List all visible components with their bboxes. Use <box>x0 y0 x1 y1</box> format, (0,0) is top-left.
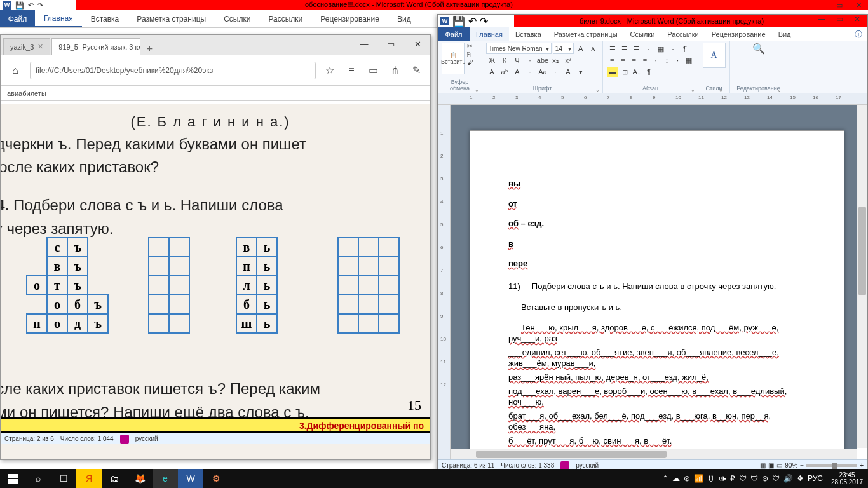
tray-icon[interactable]: 🛡 <box>739 474 747 483</box>
para-btn-4[interactable]: ▦ <box>655 44 667 54</box>
tray-icon[interactable]: 🛡 <box>772 474 780 483</box>
file-tab[interactable]: Файл <box>0 10 35 27</box>
zoom-out-icon[interactable]: − <box>800 462 804 469</box>
bookmark-link[interactable]: авиабилеты <box>7 90 46 97</box>
settings-icon[interactable]: ⚙ <box>203 469 229 488</box>
tab-review[interactable]: Рецензирование <box>705 27 772 41</box>
pdf-viewport[interactable]: (Е. Б л а г и н и н а.) одчеркни ъ. Пере… <box>1 104 430 459</box>
grow-font-icon[interactable]: A <box>575 43 586 53</box>
tray-icon[interactable]: 🔊 <box>783 474 793 483</box>
maximize-button[interactable]: ▭ <box>830 0 849 10</box>
para-btn-1[interactable]: ≡ <box>618 55 628 65</box>
font-btn-7[interactable]: ▾ <box>575 67 587 77</box>
word-count[interactable]: Число слов: 1 044 <box>60 435 114 442</box>
tab-view[interactable]: Вид <box>388 10 420 27</box>
para-btn-0[interactable]: ≡ <box>607 55 617 65</box>
document-canvas[interactable]: вы от об – езд. в пере 11) Подбери слова… <box>451 105 857 459</box>
browser-tab[interactable]: 919_5- Русский язык. 3 кл. |✕ <box>51 38 140 55</box>
minimize-button[interactable]: — <box>813 15 831 24</box>
paste-button[interactable]: 📋Вставить <box>442 43 465 74</box>
tray-icon[interactable]: 🕪 <box>719 474 726 483</box>
format-painter-icon[interactable]: 🖌 <box>467 59 473 66</box>
font-btn-3[interactable]: · <box>524 67 536 77</box>
home-icon[interactable]: ⌂ <box>7 62 24 79</box>
zoom-level[interactable]: 90% <box>785 462 797 469</box>
shading-icon[interactable]: ▬ <box>607 67 618 77</box>
view-icon[interactable]: ▦ <box>760 462 766 469</box>
tray-icon[interactable]: 📶 <box>694 474 703 483</box>
sort-icon[interactable]: A↓ <box>631 67 642 77</box>
font-btn-4[interactable]: abe <box>537 55 548 65</box>
tab-insert[interactable]: Вставка <box>509 27 548 41</box>
maximize-button[interactable]: ▭ <box>831 15 848 24</box>
share-icon[interactable]: ⋔ <box>387 64 402 76</box>
para-btn-5[interactable]: ↕ <box>661 55 672 65</box>
para-btn-7[interactable]: ▦ <box>684 55 694 65</box>
star-icon[interactable]: ☆ <box>322 64 337 76</box>
scroll-thumb[interactable] <box>858 207 866 295</box>
tray-icon[interactable]: ₽ <box>730 474 735 483</box>
start-button[interactable] <box>0 469 25 488</box>
tray-icon[interactable]: ❖ <box>797 474 804 483</box>
tray-icon[interactable]: 🛡 <box>750 474 758 483</box>
redo-icon[interactable]: ↷ <box>37 1 43 10</box>
close-button[interactable]: ✕ <box>849 0 868 10</box>
font-btn-2[interactable]: A <box>512 67 523 77</box>
language-indicator[interactable]: русский <box>135 435 158 442</box>
font-btn-4[interactable]: Aa <box>537 67 548 77</box>
font-btn-3[interactable]: · <box>524 55 536 65</box>
undo-icon[interactable]: ↶ <box>28 1 34 10</box>
zoom-slider[interactable] <box>806 464 857 467</box>
reading-list-icon[interactable]: ≡ <box>344 65 359 76</box>
close-icon[interactable]: ✕ <box>37 43 43 51</box>
tab-links[interactable]: Ссылки <box>624 27 661 41</box>
tray-icon[interactable]: ⌃ <box>662 474 668 483</box>
para-btn-6[interactable]: · <box>673 55 683 65</box>
maximize-button[interactable]: ▭ <box>382 37 400 50</box>
page-indicator[interactable]: Страница: 6 из 11 <box>442 462 494 469</box>
undo-icon[interactable]: ↶ <box>468 15 477 27</box>
language-indicator[interactable]: русский <box>576 462 599 469</box>
minimize-button[interactable]: — <box>355 37 373 50</box>
word-taskbar-icon[interactable]: W <box>178 469 203 488</box>
tab-view[interactable]: Вид <box>772 27 797 41</box>
styles-button[interactable]: A <box>703 43 726 68</box>
minimize-button[interactable]: — <box>811 0 830 10</box>
font-btn-1[interactable]: К <box>499 55 510 65</box>
tray-icon[interactable]: 🛢 <box>707 474 715 483</box>
tab-review[interactable]: Рецензирование <box>311 10 388 27</box>
notes-icon[interactable]: ✎ <box>409 64 424 76</box>
horizontal-ruler[interactable]: 1234567891011121314151617 <box>438 93 867 105</box>
para-btn-2[interactable]: ☰ <box>631 44 642 54</box>
font-btn-6[interactable]: A <box>562 67 574 77</box>
document-page[interactable]: вы от об – езд. в пере 11) Подбери слова… <box>470 130 844 459</box>
clock[interactable]: 23:45 28.05.2017 <box>831 471 863 485</box>
font-btn-5[interactable]: x₂ <box>550 55 561 65</box>
tab-mailings[interactable]: Рассылки <box>661 27 705 41</box>
task-view-icon[interactable]: ☐ <box>51 469 76 488</box>
tab-home[interactable]: Главная <box>35 10 82 27</box>
save-icon[interactable]: 💾 <box>452 15 465 27</box>
vertical-ruler[interactable]: 123456789101112 <box>438 105 451 459</box>
para-btn-0[interactable]: ☰ <box>607 44 618 54</box>
search-icon[interactable]: ⌕ <box>25 469 51 488</box>
copy-icon[interactable]: ⎘ <box>467 51 473 58</box>
pilcrow-icon[interactable]: ¶ <box>643 67 654 77</box>
redo-icon[interactable]: ↷ <box>480 15 488 27</box>
scroll-thumb[interactable] <box>476 451 667 458</box>
page-indicator[interactable]: Страница: 2 из 6 <box>4 435 54 442</box>
tab-mailings[interactable]: Рассылки <box>259 10 311 27</box>
view-icon[interactable]: ▣ <box>768 462 774 469</box>
yandex-icon[interactable]: Я <box>76 469 102 488</box>
font-btn-6[interactable]: x² <box>562 55 574 65</box>
tab-layout[interactable]: Разметка страницы <box>128 10 215 27</box>
tray-icon[interactable]: ☁ <box>672 474 680 483</box>
save-icon[interactable]: 💾 <box>15 1 24 10</box>
font-size-select[interactable]: 14▾ <box>553 43 574 54</box>
font-btn-1[interactable]: aᵇ <box>499 67 510 77</box>
cut-icon[interactable]: ✂ <box>467 43 473 50</box>
tray-icon[interactable]: РУС <box>808 474 823 483</box>
font-name-select[interactable]: Times New Roman▾ <box>486 43 552 54</box>
browser-tab[interactable]: yazik_3✕ <box>3 38 50 55</box>
font-btn-5[interactable]: · <box>550 67 561 77</box>
